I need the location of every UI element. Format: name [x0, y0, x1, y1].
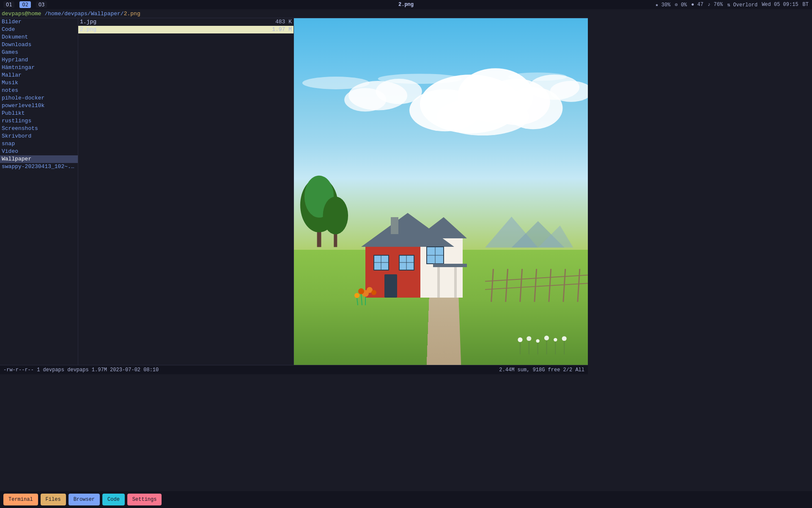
taskbar-item-files[interactable]: Files — [41, 494, 66, 505]
svg-line-48 — [357, 298, 358, 305]
temp-stat: ● 47 — [691, 2, 703, 8]
left-panel-item[interactable]: Downloads — [0, 41, 78, 49]
workspace-1[interactable]: O1 — [3, 1, 14, 8]
lower-area — [0, 374, 812, 508]
left-panel-item[interactable]: Skrivbord — [0, 133, 78, 140]
ranger-window: devpaps@home /home/devpaps/Wallpaper/ 2.… — [0, 9, 588, 374]
left-panel-item[interactable]: rustlings — [0, 117, 78, 125]
svg-point-11 — [302, 77, 370, 89]
bottom-taskbar[interactable]: Terminal Files Browser Code Settings — [0, 491, 812, 508]
svg-rect-40 — [433, 264, 467, 267]
left-panel-item[interactable]: Wallpaper — [0, 155, 78, 163]
network-stat: ⇅ Overlord — [727, 2, 757, 8]
statusbar: -rw-r--r-- 1 devpaps devpaps 1.97M 2023-… — [0, 365, 588, 374]
path-bar: devpaps@home /home/devpaps/Wallpaper/ 2.… — [0, 9, 588, 18]
left-panel-item[interactable]: notes — [0, 87, 78, 94]
left-panel-item[interactable]: Mallar — [0, 72, 78, 79]
svg-line-47 — [361, 294, 362, 305]
taskbar-item-browser[interactable]: Browser — [69, 494, 100, 505]
svg-point-51 — [536, 339, 540, 342]
file-permissions: -rw-r--r-- 1 devpaps devpaps 1.97M 2023-… — [3, 367, 159, 373]
battery-stat: ★ 30% — [655, 2, 670, 8]
current-path: /home/devpaps/Wallpaper/ — [44, 11, 123, 17]
house — [353, 200, 471, 310]
filesize: 483 K — [266, 18, 292, 26]
mountains — [485, 185, 573, 274]
svg-point-13 — [508, 72, 567, 81]
topbar: O1 O2 O3 2.png ★ 30% ⊙ 0% ● 47 ♪ 76% ⇅ O… — [0, 0, 812, 9]
datetime-stat: Wed 05 09:15 — [762, 2, 798, 8]
panel-left[interactable]: BilderCodeDokumentDownloadsGamesHyprland… — [0, 18, 78, 374]
left-panel-item[interactable]: Musik — [0, 79, 78, 87]
left-panel-item[interactable]: snap — [0, 140, 78, 148]
left-panel-item[interactable]: swappy-20230413_102~.png — [0, 163, 78, 171]
svg-rect-37 — [384, 274, 397, 298]
wildflowers — [514, 324, 573, 367]
hostname: devpaps@home — [2, 11, 41, 17]
svg-point-45 — [371, 290, 376, 295]
left-panel-item[interactable]: Hämtningar — [0, 64, 78, 72]
app-title: 2.png — [398, 2, 414, 8]
left-panel-item[interactable]: Video — [0, 148, 78, 155]
svg-rect-39 — [454, 266, 457, 298]
preview-canvas — [294, 18, 588, 374]
svg-point-49 — [518, 337, 523, 342]
left-panel-item[interactable]: Games — [0, 49, 78, 56]
svg-line-22 — [578, 269, 580, 302]
workspace-2[interactable]: O2 — [19, 1, 30, 8]
svg-point-42 — [358, 288, 364, 294]
taskbar-item-settings[interactable]: Settings — [127, 494, 162, 505]
mid-panel-item[interactable]: 1.jpg483 K — [78, 18, 294, 26]
cpu-stat: ⊙ 0% — [675, 2, 687, 8]
taskbar-item-terminal[interactable]: Terminal — [3, 494, 38, 505]
left-panel-item[interactable]: powerlevel10k — [0, 102, 78, 110]
panel-mid[interactable]: 1.jpg483 K2.png1.97 M — [78, 18, 294, 374]
taskbar-item-code[interactable]: Code — [102, 494, 125, 505]
svg-line-15 — [485, 283, 588, 290]
left-panel-item[interactable]: Dokument — [0, 33, 78, 41]
left-panel-item[interactable]: Screenshots — [0, 125, 78, 133]
left-panel-item[interactable]: Hyprland — [0, 56, 78, 64]
svg-point-53 — [554, 338, 557, 342]
workspace-3[interactable]: O3 — [36, 1, 47, 8]
topbar-stats: ★ 30% ⊙ 0% ● 47 ♪ 76% ⇅ Overlord Wed 05 … — [655, 2, 809, 8]
svg-point-65 — [323, 197, 348, 235]
svg-point-50 — [527, 336, 531, 341]
panel-preview — [294, 18, 588, 374]
svg-rect-38 — [437, 266, 440, 298]
svg-point-12 — [378, 74, 462, 84]
volume-stat: ♪ 76% — [708, 2, 723, 8]
left-panel-item[interactable]: Bilder — [0, 18, 78, 26]
mid-panel-item[interactable]: 2.png1.97 M — [78, 26, 294, 33]
svg-point-52 — [544, 336, 549, 340]
svg-point-5 — [437, 98, 529, 135]
svg-point-44 — [354, 293, 359, 298]
disk-info: 2.44M sum, 918G free 2/2 All — [499, 367, 584, 373]
trees — [294, 107, 353, 303]
bluetooth-stat: BT — [803, 2, 809, 8]
topbar-workspaces[interactable]: O1 O2 O3 — [3, 1, 47, 8]
svg-rect-27 — [391, 217, 398, 234]
left-panel-item[interactable]: Publikt — [0, 110, 78, 117]
filename: 2.png — [80, 26, 266, 33]
svg-point-54 — [562, 336, 567, 341]
current-filename: 2.png — [124, 11, 140, 17]
filename: 1.jpg — [80, 18, 266, 26]
left-panel-item[interactable]: Code — [0, 26, 78, 33]
file-panels: BilderCodeDokumentDownloadsGamesHyprland… — [0, 18, 588, 374]
filesize: 1.97 M — [266, 26, 292, 33]
left-panel-item[interactable]: pihole-docker — [0, 94, 78, 102]
